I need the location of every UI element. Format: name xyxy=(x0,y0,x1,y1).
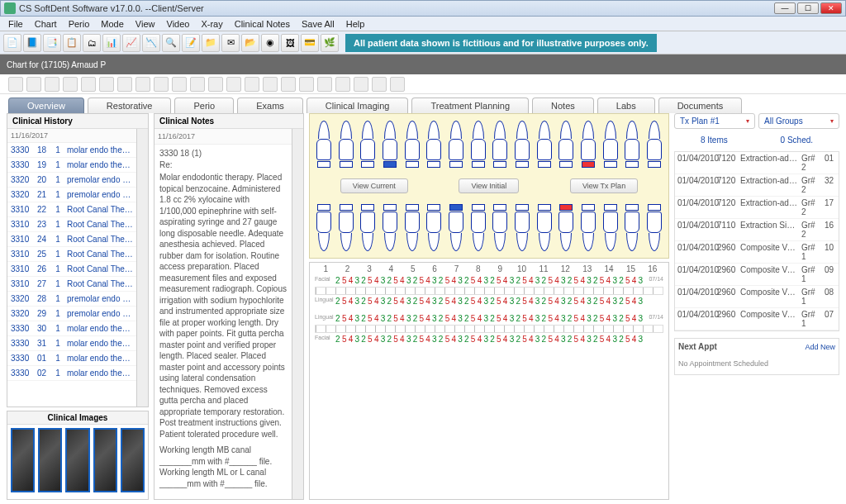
tooth[interactable] xyxy=(447,121,465,169)
txplan-row[interactable]: 01/04/20102960Composite VeneerGr# 108 xyxy=(675,286,839,308)
sec-btn-2[interactable] xyxy=(26,77,41,92)
txplan-row[interactable]: 01/04/20107120Extraction-additionalGr# 2… xyxy=(675,152,839,174)
toolbar-btn-14[interactable]: ◉ xyxy=(261,34,279,52)
toolbar-btn-5[interactable]: 🗂 xyxy=(83,34,101,52)
menu-save-all[interactable]: Save All xyxy=(297,17,340,31)
tab-notes[interactable]: Notes xyxy=(532,97,594,113)
tab-exams[interactable]: Exams xyxy=(237,97,303,113)
tooth[interactable] xyxy=(601,121,620,169)
menu-video[interactable]: Video xyxy=(162,17,195,31)
tooth[interactable] xyxy=(491,203,509,251)
tooth[interactable] xyxy=(535,203,554,251)
sec-btn-9[interactable] xyxy=(154,77,169,92)
toolbar-btn-4[interactable]: 📋 xyxy=(63,34,81,52)
tooth[interactable] xyxy=(491,121,509,169)
history-scrollbar[interactable] xyxy=(136,129,148,407)
menu-perio[interactable]: Perio xyxy=(64,17,95,31)
menu-chart[interactable]: Chart xyxy=(30,17,62,31)
tooth[interactable] xyxy=(315,121,333,169)
window-close-button[interactable]: ✕ xyxy=(820,2,842,14)
tooth[interactable] xyxy=(623,121,641,169)
sec-btn-6[interactable] xyxy=(99,77,114,92)
tooth[interactable] xyxy=(645,121,663,169)
menu-view[interactable]: View xyxy=(131,17,160,31)
toolbar-btn-12[interactable]: ✉ xyxy=(221,34,240,52)
tooth[interactable] xyxy=(359,203,377,251)
history-row[interactable]: 3310271Root Canal Therapy - xyxy=(7,277,136,292)
tab-treatment-planning[interactable]: Treatment Planning xyxy=(411,97,529,113)
menu-file[interactable]: File xyxy=(3,17,28,31)
history-row[interactable]: 3310261Root Canal Therapy - xyxy=(7,262,136,277)
tooth[interactable] xyxy=(645,203,663,251)
xray-thumb-4[interactable] xyxy=(93,428,117,492)
tooth[interactable] xyxy=(601,203,620,251)
toolbar-btn-16[interactable]: 💳 xyxy=(301,34,319,52)
sec-btn-3[interactable] xyxy=(45,77,59,92)
tooth[interactable] xyxy=(513,121,531,169)
tooth[interactable] xyxy=(359,121,377,169)
txplan-row[interactable]: 01/04/20107110Extraction Single ToothGr#… xyxy=(675,219,839,241)
view-txplan-button[interactable]: View Tx Plan xyxy=(570,178,638,193)
tooth[interactable] xyxy=(469,121,487,169)
history-row[interactable]: 3330021molar endo therapy xyxy=(7,366,136,381)
tab-perio[interactable]: Perio xyxy=(174,97,234,113)
view-current-button[interactable]: View Current xyxy=(340,178,408,193)
tooth[interactable] xyxy=(469,203,487,251)
menu-help[interactable]: Help xyxy=(341,17,370,31)
xray-thumb-2[interactable] xyxy=(38,428,62,492)
history-row[interactable]: 3330191molar endo therapy xyxy=(7,158,136,173)
tooth[interactable] xyxy=(337,121,355,169)
sec-btn-11[interactable] xyxy=(190,77,205,92)
groups-dropdown[interactable]: All Groups▾ xyxy=(758,113,839,129)
notes-scrollbar[interactable] xyxy=(292,129,303,499)
toolbar-btn-9[interactable]: 🔍 xyxy=(162,34,180,52)
sec-btn-8[interactable] xyxy=(135,77,150,92)
toolbar-btn-8[interactable]: 📉 xyxy=(142,34,160,52)
tooth[interactable] xyxy=(513,203,531,251)
window-maximize-button[interactable]: ☐ xyxy=(797,2,819,14)
sec-btn-16[interactable] xyxy=(281,77,296,92)
toolbar-btn-3[interactable]: 📑 xyxy=(43,34,61,52)
history-row[interactable]: 3310221Root Canal Therapy - xyxy=(7,202,136,217)
txplan-row[interactable]: 01/04/20107120Extraction-additionalGr# 2… xyxy=(675,197,839,219)
tooth[interactable] xyxy=(579,203,597,251)
sec-btn-7[interactable] xyxy=(117,77,132,92)
xray-thumb-5[interactable] xyxy=(121,428,145,492)
sec-btn-17[interactable] xyxy=(299,77,314,92)
tab-clinical-imaging[interactable]: Clinical Imaging xyxy=(307,97,409,113)
history-row[interactable]: 3320291premolar endo therap xyxy=(7,307,136,321)
history-row[interactable]: 3320281premolar endo therap xyxy=(7,292,136,307)
menu-xray[interactable]: X-ray xyxy=(196,17,227,31)
tooth[interactable] xyxy=(623,203,641,251)
history-row[interactable]: 3310231Root Canal Therapy - xyxy=(7,217,136,232)
sec-btn-10[interactable] xyxy=(172,77,187,92)
tooth[interactable] xyxy=(557,203,575,251)
txplan-row[interactable]: 01/04/20102960Composite VeneerGr# 110 xyxy=(675,241,839,264)
toolbar-btn-15[interactable]: 🖼 xyxy=(281,34,299,52)
sec-btn-1[interactable] xyxy=(8,77,23,92)
tooth[interactable] xyxy=(425,121,443,169)
sec-btn-4[interactable] xyxy=(63,77,78,92)
sec-btn-15[interactable] xyxy=(263,77,278,92)
sec-btn-13[interactable] xyxy=(226,77,241,92)
window-minimize-button[interactable]: — xyxy=(774,2,796,14)
tooth[interactable] xyxy=(381,121,399,169)
toolbar-btn-17[interactable]: 🌿 xyxy=(321,34,339,52)
toolbar-btn-7[interactable]: 📈 xyxy=(122,34,140,52)
tab-documents[interactable]: Documents xyxy=(658,97,743,113)
sec-btn-22[interactable] xyxy=(390,77,405,92)
sec-btn-12[interactable] xyxy=(208,77,223,92)
xray-thumb-3[interactable] xyxy=(65,428,89,492)
history-row[interactable]: 3320201premolar endo therap xyxy=(7,173,136,188)
tooth[interactable] xyxy=(337,203,355,251)
menu-mode[interactable]: Mode xyxy=(96,17,129,31)
tooth[interactable] xyxy=(403,121,421,169)
view-initial-button[interactable]: View Initial xyxy=(459,178,519,193)
sec-btn-20[interactable] xyxy=(354,77,368,92)
tooth[interactable] xyxy=(315,203,333,251)
add-new-appt-link[interactable]: Add New xyxy=(805,343,835,351)
history-row[interactable]: 3320211premolar endo therap xyxy=(7,188,136,202)
txplan-row[interactable]: 01/04/20102960Composite VeneerGr# 109 xyxy=(675,264,839,286)
sec-btn-5[interactable] xyxy=(81,77,96,92)
toolbar-btn-1[interactable]: 📄 xyxy=(3,34,21,52)
